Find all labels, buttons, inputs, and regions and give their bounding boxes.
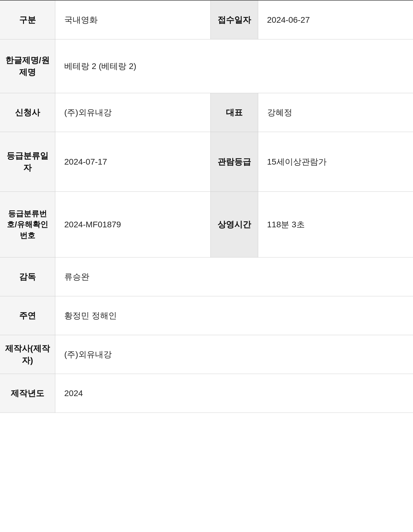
table-row: 등급분류일자 2024-07-17 관람등급 15세이상관람가 (0, 132, 413, 192)
label-director: 감독 (0, 257, 55, 296)
label-rating-date: 등급분류일자 (0, 132, 55, 191)
value-year: 2024 (55, 374, 413, 413)
value-director: 류승완 (55, 257, 413, 296)
value-reception-date: 2024-06-27 (258, 1, 413, 39)
label-cast: 주연 (0, 296, 55, 335)
label-representative: 대표 (210, 93, 258, 132)
table-row: 제작년도 2024 (0, 374, 413, 413)
label-producer: 제작사(제작자) (0, 335, 55, 374)
table-row: 제작사(제작자) (주)외유내강 (0, 335, 413, 374)
value-runtime: 118분 3초 (258, 192, 413, 257)
value-viewing-rating: 15세이상관람가 (258, 132, 413, 191)
table-row: 감독 류승완 (0, 257, 413, 296)
value-producer: (주)외유내강 (55, 335, 413, 374)
label-year: 제작년도 (0, 374, 55, 413)
table-row: 주연 황정민 정해인 (0, 296, 413, 335)
value-representative: 강혜정 (258, 93, 413, 132)
value-applicant: (주)외유내강 (55, 93, 210, 132)
label-gubun: 구분 (0, 1, 55, 39)
value-rating-number: 2024-MF01879 (55, 192, 210, 257)
label-rating-number: 등급분류번호/유해확인번호 (0, 192, 55, 257)
label-viewing-rating: 관람등급 (210, 132, 258, 191)
table-row: 한글제명/원제명 베테랑 2 (베테랑 2) (0, 39, 413, 93)
table-row: 구분 국내영화 접수일자 2024-06-27 (0, 1, 413, 39)
value-cast: 황정민 정해인 (55, 296, 413, 335)
value-title: 베테랑 2 (베테랑 2) (55, 39, 413, 93)
table-row: 신청사 (주)외유내강 대표 강혜정 (0, 93, 413, 132)
label-runtime: 상영시간 (210, 192, 258, 257)
table-row: 등급분류번호/유해확인번호 2024-MF01879 상영시간 118분 3초 (0, 192, 413, 257)
value-rating-date: 2024-07-17 (55, 132, 210, 191)
value-gubun: 국내영화 (55, 1, 210, 39)
label-applicant: 신청사 (0, 93, 55, 132)
label-title: 한글제명/원제명 (0, 39, 55, 93)
info-table: 구분 국내영화 접수일자 2024-06-27 한글제명/원제명 베테랑 2 (… (0, 0, 413, 413)
label-reception-date: 접수일자 (210, 1, 258, 39)
